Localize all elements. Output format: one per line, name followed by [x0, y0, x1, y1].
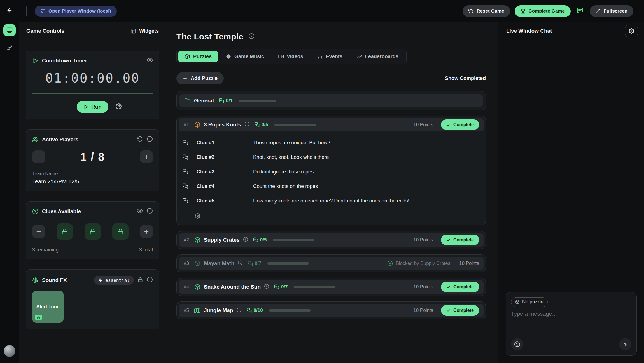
puzzle-info-button[interactable] — [264, 284, 269, 290]
add-clue-button[interactable] — [183, 213, 189, 220]
alert-tone-tile[interactable]: Alert Tone — [32, 291, 64, 323]
check-icon — [446, 285, 451, 289]
sound-fx-widget: Sound FX essential Alert — [26, 269, 159, 329]
box-icon — [194, 237, 200, 243]
lock-icon — [37, 316, 40, 319]
clue-count-value: 0/1 — [226, 98, 233, 103]
no-puzzle-chip[interactable]: No puzzle — [511, 297, 548, 307]
clue-row[interactable]: Clue #5 How many knots are on each rope?… — [183, 194, 481, 208]
info-icon — [248, 33, 255, 39]
page-title: The Lost Temple — [176, 32, 243, 41]
clue-row[interactable]: Clue #3 Do knot ignore those ropes. — [183, 164, 481, 179]
message-input[interactable] — [511, 311, 631, 338]
complete-puzzle-button[interactable]: Complete — [441, 119, 479, 130]
clue-token-3[interactable] — [112, 223, 129, 240]
open-player-window-button[interactable]: Open Player Window (local) — [35, 6, 117, 17]
team-name-value[interactable]: Team 2:55PM 12/5 — [32, 178, 153, 185]
puzzle-info-button[interactable] — [237, 307, 242, 314]
main-column: Open Player Window (local) Reset Game Co… — [19, 0, 644, 363]
chat-settings-button[interactable] — [625, 25, 638, 37]
users-icon — [32, 136, 38, 143]
tab-label: Leaderboards — [365, 54, 398, 60]
active-players-header-icons — [137, 136, 153, 143]
general-row[interactable]: General 0/1 — [179, 94, 483, 107]
puzzle-row[interactable]: #5 Jungle Map 0/10 10 Points — [179, 304, 484, 317]
puzzle-row[interactable]: #1 3 Ropes Knots 0/5 10 Points — [179, 118, 484, 131]
rail-item-theme[interactable] — [6, 45, 13, 52]
tab-leaderboards[interactable]: Leaderboards — [350, 51, 405, 62]
fullscreen-button[interactable]: Fullscreen — [590, 5, 633, 17]
players-reset-button[interactable] — [137, 136, 143, 143]
rotate-ccw-icon — [137, 136, 143, 142]
sound-fx-title: Sound FX — [42, 277, 67, 283]
composer-footer — [511, 338, 631, 350]
tab-events[interactable]: Events — [311, 51, 349, 62]
eye-icon — [137, 208, 143, 214]
cast-icon — [40, 9, 45, 14]
clues-info-button[interactable] — [147, 208, 153, 215]
countdown-visibility-button[interactable] — [147, 57, 153, 64]
countdown-controls: Run — [32, 101, 153, 113]
clues-increment-button[interactable] — [140, 225, 153, 238]
complete-label: Complete — [453, 284, 474, 289]
run-button[interactable]: Run — [77, 101, 108, 113]
chat-toggle-button[interactable] — [577, 7, 584, 15]
puzzle-row[interactable]: #3 Mayan Math 0/7 Blocked by S — [179, 257, 484, 270]
box-icon — [194, 284, 200, 290]
info-icon — [147, 277, 153, 283]
widgets-tab[interactable]: Widgets — [130, 28, 159, 34]
avatar[interactable] — [4, 345, 15, 357]
messages-icon — [183, 198, 188, 204]
clue-text: How many knots are on each rope? Don't c… — [253, 198, 409, 204]
puzzle-card-1: #1 3 Ropes Knots 0/5 10 Points — [176, 116, 486, 225]
clue-row[interactable]: Clue #2 Knot, knot, knot. Look who's the… — [183, 150, 481, 164]
complete-puzzle-button[interactable]: Complete — [441, 235, 479, 245]
emoji-button[interactable] — [511, 338, 523, 350]
puzzle-info-button[interactable] — [244, 122, 249, 128]
players-increment-button[interactable] — [140, 150, 153, 163]
clue-token-1[interactable] — [57, 223, 73, 240]
tab-game-music[interactable]: Game Music — [220, 51, 270, 62]
info-icon — [237, 307, 242, 312]
complete-label: Complete — [453, 237, 474, 242]
show-completed-toggle[interactable]: Show Completed — [445, 76, 486, 81]
countdown-timer-widget: Countdown Timer 01:00:00.00 Run — [26, 51, 159, 119]
players-decrement-button[interactable] — [32, 150, 45, 163]
live-chat-panel: Live Window Chat No puzzle — [498, 22, 644, 363]
topbar: Open Player Window (local) Reset Game Co… — [19, 0, 644, 22]
clue-row[interactable]: Clue #4 Count the knots on the ropes — [183, 179, 481, 194]
clues-decrement-button[interactable] — [32, 225, 45, 238]
clue-text: Do knot ignore those ropes. — [253, 169, 315, 175]
main-panel: The Lost Temple Puzzles Game Music Video — [166, 22, 498, 363]
puzzle-row[interactable]: #4 Snake Around the Sun 0/7 10 Points — [179, 280, 484, 294]
messages-icon — [183, 169, 188, 175]
sound-fx-info-button[interactable] — [147, 277, 153, 284]
rail-item-player-window[interactable] — [3, 24, 16, 36]
puzzle-settings-button[interactable] — [195, 213, 200, 220]
puzzle-points: 10 Points — [413, 122, 433, 128]
countdown-settings-button[interactable] — [116, 103, 122, 110]
send-button[interactable] — [619, 338, 631, 350]
sound-fx-lock-button[interactable] — [138, 277, 143, 283]
game-info-button[interactable] — [248, 33, 255, 40]
complete-puzzle-button[interactable]: Complete — [441, 305, 479, 316]
clue-count: 0/1 — [219, 98, 233, 103]
reset-game-button[interactable]: Reset Game — [463, 5, 510, 17]
players-info-button[interactable] — [147, 136, 153, 143]
back-button[interactable] — [6, 7, 13, 15]
clue-row[interactable]: Clue #1 Those ropes are unique! But how? — [183, 135, 481, 150]
complete-game-button[interactable]: Complete Game — [515, 5, 571, 17]
gear-icon — [116, 103, 122, 109]
clue-token-2[interactable] — [85, 223, 101, 240]
clues-visibility-button[interactable] — [137, 208, 143, 215]
tab-videos[interactable]: Videos — [272, 51, 309, 62]
puzzle-info-button[interactable] — [243, 237, 248, 243]
add-puzzle-button[interactable]: Add Puzzle — [176, 72, 224, 84]
zap-icon — [98, 278, 103, 282]
tab-puzzles[interactable]: Puzzles — [178, 51, 218, 62]
complete-puzzle-button[interactable]: Complete — [441, 282, 479, 292]
smile-icon — [514, 341, 520, 347]
puzzle-row[interactable]: #2 Supply Crates 0/5 10 Points — [179, 233, 484, 247]
info-icon — [264, 284, 269, 289]
puzzle-info-button[interactable] — [238, 260, 243, 267]
